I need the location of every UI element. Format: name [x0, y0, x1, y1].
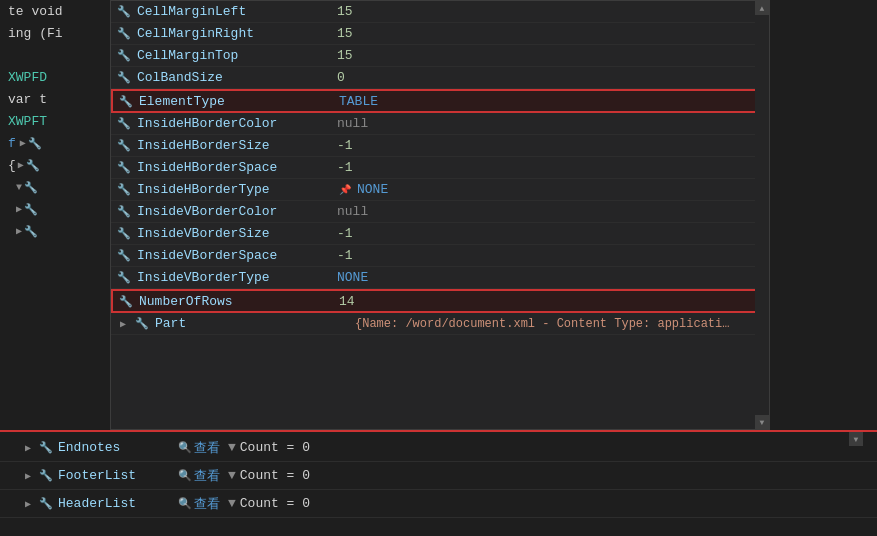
bottom-name-headerlist: HeaderList — [58, 496, 178, 511]
wrench-icon-insidehbordercolor: 🔧 — [115, 115, 133, 133]
expand-icon-3[interactable]: ▼ — [16, 182, 22, 193]
expand-icon-part[interactable]: ▶ — [115, 318, 131, 330]
prop-value-insidehbordertype: NONE — [357, 182, 388, 197]
bottom-row-footerlist[interactable]: ▶ 🔧 FooterList 🔍 查看 ▼ Count = 0 — [0, 462, 877, 490]
arrow-footerlist: ▼ — [228, 468, 236, 483]
prop-row-insidehbordercolor[interactable]: 🔧 InsideHBorderColor null — [111, 113, 769, 135]
wrench-icon-insidehbordertype: 🔧 — [115, 181, 133, 199]
scrollbar-down[interactable]: ▼ — [755, 415, 769, 429]
prop-value-insidehborderspace: -1 — [337, 160, 353, 175]
wrench-icon-cellmargintop: 🔧 — [115, 47, 133, 65]
prop-row-cellmarginleft[interactable]: 🔧 CellMarginLeft 15 — [111, 1, 769, 23]
wrench-icon-10: 🔧 — [24, 203, 38, 216]
prop-row-insidehbordertype[interactable]: 🔧 InsideHBorderType 📌 NONE — [111, 179, 769, 201]
wrench-icon-part: 🔧 — [133, 315, 151, 333]
arrow-headerlist: ▼ — [228, 496, 236, 511]
wrench-icon-headerlist: 🔧 — [38, 496, 54, 512]
arrow-endnotes: ▼ — [228, 440, 236, 455]
pin-icon-insidehbordertype[interactable]: 📌 — [337, 182, 353, 198]
search-icon-headerlist: 🔍 — [178, 497, 192, 510]
expand-icon-footerlist[interactable]: ▶ — [20, 468, 36, 484]
prop-value-insidevborderspace: -1 — [337, 248, 353, 263]
wrench-icon-elementtype: 🔧 — [117, 92, 135, 110]
bottom-panel: ▼ ▶ 🔧 Endnotes 🔍 查看 ▼ Count = 0 ▶ 🔧 Foot… — [0, 430, 877, 536]
prop-row-insidevbordertype[interactable]: 🔧 InsideVBorderType NONE — [111, 267, 769, 289]
properties-panel: ▲ 🔧 CellMarginLeft 15 🔧 CellMarginRight … — [110, 0, 770, 430]
bottom-name-footerlist: FooterList — [58, 468, 178, 483]
prop-value-insidevbordertype: NONE — [337, 270, 368, 285]
prop-value-numberofrows: 14 — [339, 294, 355, 309]
expand-icon-endnotes[interactable]: ▶ — [20, 440, 36, 456]
prop-row-insidehbordersize[interactable]: 🔧 InsideHBorderSize -1 — [111, 135, 769, 157]
search-icon-endnotes: 🔍 — [178, 441, 192, 454]
prop-row-elementtype[interactable]: 🔧 ElementType TABLE — [111, 89, 769, 113]
prop-name-cellmarginright: CellMarginRight — [137, 26, 337, 41]
prop-row-insidehborderspace[interactable]: 🔧 InsideHBorderSpace -1 — [111, 157, 769, 179]
search-icon-footerlist: 🔍 — [178, 469, 192, 482]
wrench-icon-numberofrows: 🔧 — [117, 292, 135, 310]
prop-value-insidehbordercolor: null — [337, 116, 368, 131]
wrench-icon-insidevbordertype: 🔧 — [115, 269, 133, 287]
prop-row-insidevbordersize[interactable]: 🔧 InsideVBorderSize -1 — [111, 223, 769, 245]
prop-value-insidevbordercolor: null — [337, 204, 368, 219]
wrench-icon-insidehbordersize: 🔧 — [115, 137, 133, 155]
prop-row-cellmarginright[interactable]: 🔧 CellMarginRight 15 — [111, 23, 769, 45]
prop-name-insidevbordercolor: InsideVBorderColor — [137, 204, 337, 219]
wrench-icon-footerlist: 🔧 — [38, 468, 54, 484]
prop-row-part[interactable]: ▶ 🔧 Part {Name: /word/document.xml - Con… — [111, 313, 769, 335]
wrench-icon-9: 🔧 — [24, 181, 38, 194]
bottom-name-endnotes: Endnotes — [58, 440, 178, 455]
wrench-icon-insidevborderspace: 🔧 — [115, 247, 133, 265]
count-endnotes: Count = 0 — [240, 440, 310, 455]
prop-value-cellmarginleft: 15 — [337, 4, 353, 19]
count-footerlist: Count = 0 — [240, 468, 310, 483]
bottom-row-headerlist[interactable]: ▶ 🔧 HeaderList 🔍 查看 ▼ Count = 0 — [0, 490, 877, 518]
search-button-headerlist[interactable]: 🔍 查看 — [178, 495, 220, 513]
prop-value-insidevbordersize: -1 — [337, 226, 353, 241]
expand-icon[interactable]: ▶ — [20, 137, 26, 149]
prop-row-numberofrows[interactable]: 🔧 NumberOfRows 14 — [111, 289, 769, 313]
count-headerlist: Count = 0 — [240, 496, 310, 511]
expand-icon-headerlist[interactable]: ▶ — [20, 496, 36, 512]
expand-icon-5[interactable]: ▶ — [16, 225, 22, 237]
expand-icon-4[interactable]: ▶ — [16, 203, 22, 215]
bottom-scroll-up[interactable]: ▼ — [849, 432, 863, 446]
wrench-icon-colbandsize: 🔧 — [115, 69, 133, 87]
wrench-icon-11: 🔧 — [24, 225, 38, 238]
vertical-scrollbar[interactable] — [755, 15, 769, 415]
prop-value-cellmarginright: 15 — [337, 26, 353, 41]
wrench-icon-cellmarginleft: 🔧 — [115, 3, 133, 21]
prop-name-cellmargintop: CellMarginTop — [137, 48, 337, 63]
prop-name-cellmarginleft: CellMarginLeft — [137, 4, 337, 19]
wrench-icon-insidehborderspace: 🔧 — [115, 159, 133, 177]
search-button-endnotes[interactable]: 🔍 查看 — [178, 439, 220, 457]
prop-name-elementtype: ElementType — [139, 94, 339, 109]
prop-name-insidevbordersize: InsideVBorderSize — [137, 226, 337, 241]
wrench-icon-cellmarginright: 🔧 — [115, 25, 133, 43]
wrench-icon-8: 🔧 — [26, 159, 40, 172]
prop-name-colbandsize: ColBandSize — [137, 70, 337, 85]
prop-value-elementtype: TABLE — [339, 94, 378, 109]
prop-value-colbandsize: 0 — [337, 70, 345, 85]
prop-name-insidevbordertype: InsideVBorderType — [137, 270, 337, 285]
wrench-icon-insidevbordersize: 🔧 — [115, 225, 133, 243]
expand-icon-2[interactable]: ▶ — [18, 159, 24, 171]
prop-value-part: {Name: /word/document.xml - Content Type… — [355, 317, 735, 331]
prop-value-cellmargintop: 15 — [337, 48, 353, 63]
prop-name-part: Part — [155, 316, 355, 331]
prop-row-insidevborderspace[interactable]: 🔧 InsideVBorderSpace -1 — [111, 245, 769, 267]
prop-name-insidehborderspace: InsideHBorderSpace — [137, 160, 337, 175]
prop-name-insidevborderspace: InsideVBorderSpace — [137, 248, 337, 263]
prop-name-insidehbordersize: InsideHBorderSize — [137, 138, 337, 153]
prop-name-numberofrows: NumberOfRows — [139, 294, 339, 309]
prop-name-insidehbordercolor: InsideHBorderColor — [137, 116, 337, 131]
wrench-icon-7: 🔧 — [28, 137, 42, 150]
prop-row-cellmargintop[interactable]: 🔧 CellMarginTop 15 — [111, 45, 769, 67]
prop-row-insidevbordercolor[interactable]: 🔧 InsideVBorderColor null — [111, 201, 769, 223]
prop-row-colbandsize[interactable]: 🔧 ColBandSize 0 — [111, 67, 769, 89]
prop-name-insidehbordertype: InsideHBorderType — [137, 182, 337, 197]
bottom-row-endnotes[interactable]: ▶ 🔧 Endnotes 🔍 查看 ▼ Count = 0 — [0, 434, 877, 462]
wrench-icon-endnotes: 🔧 — [38, 440, 54, 456]
search-button-footerlist[interactable]: 🔍 查看 — [178, 467, 220, 485]
wrench-icon-insidevbordercolor: 🔧 — [115, 203, 133, 221]
